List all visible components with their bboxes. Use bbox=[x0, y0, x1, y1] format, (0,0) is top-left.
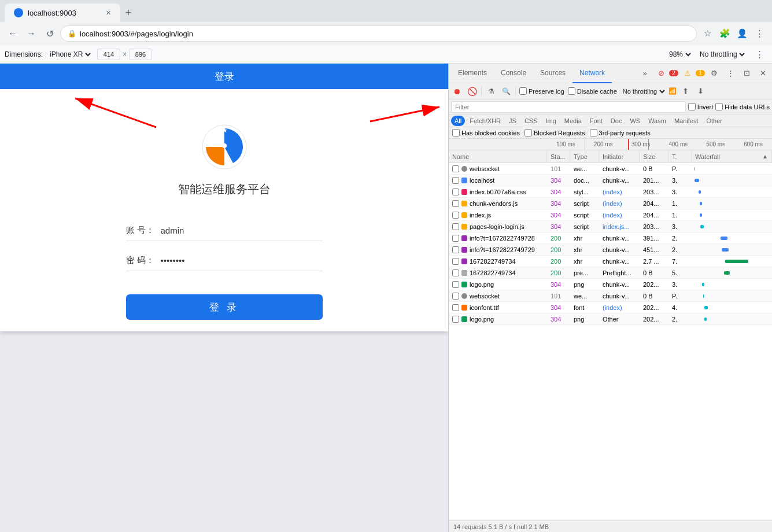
type-manifest[interactable]: Manifest bbox=[671, 116, 702, 126]
row-checkbox[interactable] bbox=[452, 200, 459, 207]
blocked-cookies-checkbox[interactable]: Has blocked cookies bbox=[452, 129, 520, 136]
menu-button[interactable]: ⋮ bbox=[751, 25, 767, 42]
table-row[interactable]: logo.png 304 png Other 202... 2. bbox=[449, 313, 772, 325]
initiator-link[interactable]: (index) bbox=[603, 189, 622, 195]
th-waterfall[interactable]: Waterfall ▲ bbox=[692, 150, 772, 162]
import-button[interactable]: ⬆ bbox=[680, 86, 692, 97]
table-row[interactable]: 1672822749734 200 pre... Preflight... 0 … bbox=[449, 267, 772, 279]
reload-button[interactable]: ↺ bbox=[42, 25, 58, 42]
type-fetch-xhr[interactable]: Fetch/XHR bbox=[466, 116, 504, 126]
disable-cache-checkbox[interactable]: Disable cache bbox=[568, 87, 617, 95]
row-checkbox[interactable] bbox=[452, 269, 459, 276]
hide-data-checkbox[interactable]: Hide data URLs bbox=[715, 103, 770, 110]
th-status[interactable]: Sta... bbox=[547, 150, 570, 162]
hide-data-input[interactable] bbox=[715, 103, 723, 110]
profile-button[interactable]: 👤 bbox=[734, 25, 750, 42]
password-input[interactable] bbox=[161, 256, 323, 265]
row-checkbox[interactable] bbox=[452, 304, 459, 311]
row-checkbox[interactable] bbox=[452, 189, 459, 195]
type-font[interactable]: Font bbox=[586, 116, 606, 126]
url-bar[interactable]: 🔒 localhost:9003/#/pages/login/login bbox=[60, 25, 697, 42]
username-input[interactable] bbox=[161, 226, 323, 235]
row-checkbox[interactable] bbox=[452, 258, 459, 265]
table-row[interactable]: chunk-vendors.js 304 script (index) 204.… bbox=[449, 198, 772, 209]
row-checkbox[interactable] bbox=[452, 235, 459, 242]
device-select[interactable]: iPhone XR bbox=[47, 50, 93, 59]
height-input[interactable]: 896 bbox=[129, 49, 152, 60]
disable-cache-input[interactable] bbox=[568, 87, 575, 95]
devtools-close-button[interactable]: ✕ bbox=[756, 66, 770, 80]
settings-button[interactable]: ⚙ bbox=[707, 66, 721, 80]
console-errors-button[interactable]: ⊘ bbox=[654, 66, 668, 80]
row-checkbox[interactable] bbox=[452, 246, 459, 253]
export-button[interactable]: ⬇ bbox=[695, 86, 707, 97]
tab-console[interactable]: Console bbox=[494, 64, 533, 83]
type-other[interactable]: Other bbox=[703, 116, 726, 126]
blocked-requests-checkbox[interactable]: Blocked Requests bbox=[524, 129, 585, 136]
row-checkbox[interactable] bbox=[452, 281, 459, 288]
th-time[interactable]: T. bbox=[668, 150, 692, 162]
th-type[interactable]: Type bbox=[570, 150, 599, 162]
table-row[interactable]: websocket 101 we... chunk-v... 0 B P. bbox=[449, 290, 772, 302]
type-img[interactable]: Img bbox=[542, 116, 560, 126]
back-button[interactable]: ← bbox=[5, 25, 21, 42]
table-row[interactable]: index.js 304 script (index) 204... 1. bbox=[449, 209, 772, 221]
width-input[interactable]: 414 bbox=[97, 49, 120, 60]
new-tab-button[interactable]: + bbox=[120, 5, 136, 21]
devtools-undock-button[interactable]: ⊡ bbox=[740, 66, 753, 80]
row-checkbox[interactable] bbox=[452, 212, 459, 219]
clear-button[interactable]: 🚫 bbox=[466, 86, 478, 97]
blocked-cookies-input[interactable] bbox=[452, 129, 460, 136]
third-party-input[interactable] bbox=[590, 129, 597, 136]
th-initiator[interactable]: Initiator bbox=[599, 150, 640, 162]
table-row[interactable]: localhost 304 doc... chunk-v... 201... 3… bbox=[449, 175, 772, 186]
filter-input[interactable] bbox=[451, 101, 686, 113]
type-ws[interactable]: WS bbox=[626, 116, 644, 126]
type-wasm[interactable]: Wasm bbox=[645, 116, 670, 126]
bookmark-button[interactable]: ☆ bbox=[699, 25, 715, 42]
initiator-link[interactable]: (index) bbox=[603, 200, 622, 207]
row-checkbox[interactable] bbox=[452, 293, 459, 300]
record-button[interactable]: ⏺ bbox=[451, 86, 463, 97]
row-checkbox[interactable] bbox=[452, 165, 459, 172]
zoom-select[interactable]: 98% bbox=[667, 50, 693, 59]
filter-icon-button[interactable]: ⚗ bbox=[485, 86, 497, 97]
tab-sources[interactable]: Sources bbox=[533, 64, 572, 83]
table-row[interactable]: index.b0707a6a.css 304 styl... (index) 2… bbox=[449, 186, 772, 198]
type-js[interactable]: JS bbox=[505, 116, 520, 126]
initiator-link[interactable]: (index) bbox=[603, 212, 622, 219]
tab-elements[interactable]: Elements bbox=[451, 64, 494, 83]
initiator-link[interactable]: index.js... bbox=[603, 223, 629, 230]
table-row[interactable]: iconfont.ttf 304 font (index) 202... 4. bbox=[449, 302, 772, 313]
browser-tab[interactable]: localhost:9003 ✕ bbox=[5, 3, 120, 22]
tab-network[interactable]: Network bbox=[572, 64, 612, 83]
th-name[interactable]: Name bbox=[449, 150, 547, 162]
throttle-dropdown[interactable]: No throttling bbox=[620, 87, 667, 95]
throttle-select[interactable]: No throttling bbox=[697, 50, 747, 59]
initiator-link[interactable]: (index) bbox=[603, 304, 622, 311]
preserve-log-checkbox[interactable]: Preserve log bbox=[519, 87, 564, 95]
table-row[interactable]: logo.png 304 png chunk-v... 202... 3. bbox=[449, 279, 772, 290]
third-party-checkbox[interactable]: 3rd-party requests bbox=[590, 129, 651, 136]
th-size[interactable]: Size bbox=[640, 150, 668, 162]
table-row[interactable]: 1672822749734 200 xhr chunk-v... 2.7 ...… bbox=[449, 256, 772, 267]
more-tabs-button[interactable]: » bbox=[638, 66, 652, 80]
extensions-button[interactable]: 🧩 bbox=[716, 25, 733, 42]
blocked-requests-input[interactable] bbox=[524, 129, 532, 136]
type-css[interactable]: CSS bbox=[521, 116, 541, 126]
tab-close-button[interactable]: ✕ bbox=[106, 9, 111, 17]
table-row[interactable]: info?t=1672822749729 200 xhr chunk-v... … bbox=[449, 244, 772, 256]
invert-input[interactable] bbox=[688, 103, 696, 110]
issues-button[interactable]: ⚠ bbox=[681, 66, 695, 80]
forward-button[interactable]: → bbox=[23, 25, 39, 42]
table-row[interactable]: pages-login-login.js 304 script index.js… bbox=[449, 221, 772, 232]
login-button[interactable]: 登 录 bbox=[126, 294, 323, 320]
table-row[interactable]: websocket 101 we... chunk-v... 0 B P. bbox=[449, 163, 772, 175]
type-doc[interactable]: Doc bbox=[607, 116, 626, 126]
row-checkbox[interactable] bbox=[452, 223, 459, 230]
row-checkbox[interactable] bbox=[452, 316, 459, 323]
invert-checkbox[interactable]: Invert bbox=[688, 103, 714, 110]
search-button[interactable]: 🔍 bbox=[500, 86, 512, 97]
type-media[interactable]: Media bbox=[561, 116, 585, 126]
table-row[interactable]: info?t=1672822749728 200 xhr chunk-v... … bbox=[449, 232, 772, 244]
